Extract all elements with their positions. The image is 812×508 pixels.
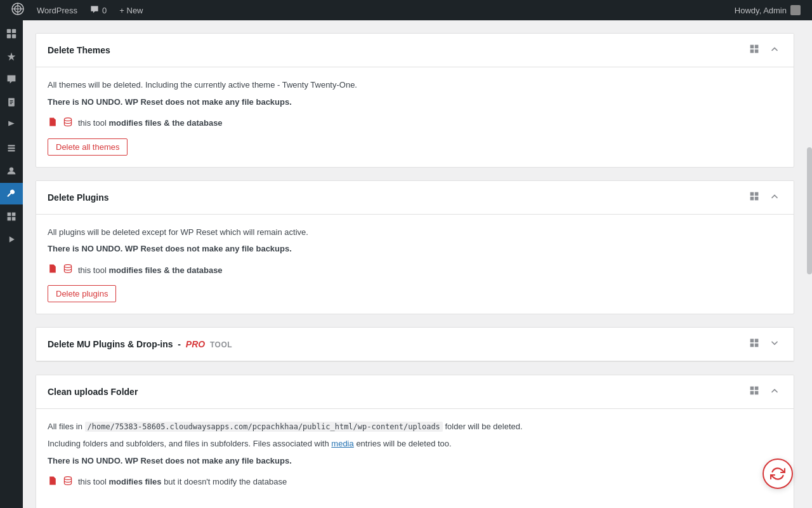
- delete-plugins-card: Delete Plugins All plugins will be delet…: [36, 180, 794, 315]
- delete-plugins-header: Delete Plugins: [36, 181, 794, 215]
- svg-point-25: [64, 117, 71, 121]
- new-content-button[interactable]: + New: [113, 0, 149, 20]
- svg-rect-24: [755, 50, 759, 53]
- clean-uploads-collapse-icon[interactable]: [767, 384, 782, 399]
- delete-themes-desc1: All themes will be deleted. Including th…: [48, 79, 782, 92]
- comments-count: 0: [102, 6, 107, 15]
- sidebar-item-layers[interactable]: [0, 137, 23, 159]
- uploads-path: /home/75383-58605.cloudwaysapps.com/pcpa…: [85, 422, 443, 432]
- svg-rect-6: [7, 34, 11, 38]
- svg-rect-29: [755, 196, 759, 200]
- delete-themes-collapse-icon[interactable]: [767, 43, 782, 58]
- svg-rect-34: [755, 344, 759, 347]
- delete-themes-header: Delete Themes: [36, 34, 794, 67]
- delete-themes-body: All themes will be deleted. Including th…: [36, 67, 794, 167]
- delete-mu-plugins-header: Delete MU Plugins & Drop-ins - PRO TOOL: [36, 328, 794, 361]
- clean-uploads-actions: [747, 384, 782, 399]
- sidebar-item-blocks[interactable]: [0, 206, 23, 227]
- svg-rect-19: [12, 217, 16, 221]
- file-icon: [48, 117, 58, 130]
- delete-mu-grid-icon[interactable]: [747, 337, 762, 352]
- svg-rect-38: [755, 391, 759, 395]
- sidebar-item-pages[interactable]: [0, 91, 23, 113]
- modifier-text-3: this tool modifies files but it doesn't …: [78, 477, 287, 486]
- svg-rect-35: [750, 387, 754, 391]
- delete-mu-plugins-actions: [747, 337, 782, 352]
- howdy-label: Howdy, Admin: [735, 6, 787, 15]
- svg-rect-18: [8, 217, 11, 221]
- clean-uploads-header: Clean uploads Folder: [36, 375, 794, 409]
- modifier-text: this tool modifies files & the database: [78, 118, 223, 128]
- svg-point-15: [10, 167, 13, 171]
- clean-uploads-body: All files in /home/75383-58605.cloudways…: [36, 409, 794, 508]
- database-icon-2: [63, 264, 73, 276]
- delete-themes-card: Delete Themes All themes will be deleted…: [36, 33, 794, 168]
- clean-uploads-desc2: Including folders and subfolders, and fi…: [48, 438, 782, 451]
- svg-rect-7: [12, 34, 16, 38]
- scrollbar-track[interactable]: [807, 20, 812, 508]
- delete-themes-modifier: this tool modifies files & the database: [48, 117, 782, 130]
- site-name-button[interactable]: WordPress: [30, 0, 84, 20]
- svg-rect-16: [8, 213, 11, 217]
- delete-themes-title: Delete Themes: [48, 45, 110, 55]
- sidebar-item-users[interactable]: [0, 160, 23, 182]
- media-link[interactable]: media: [331, 439, 353, 448]
- sidebar-item-comments[interactable]: [0, 69, 23, 90]
- file-icon-2: [48, 264, 58, 276]
- svg-rect-36: [755, 387, 759, 391]
- clean-uploads-card: Clean uploads Folder All files in /home/…: [36, 375, 794, 508]
- comments-button[interactable]: 0: [84, 0, 113, 20]
- delete-all-themes-button[interactable]: Delete all themes: [48, 138, 128, 156]
- site-name-label: WordPress: [37, 6, 77, 15]
- svg-rect-5: [12, 29, 16, 33]
- delete-plugins-button[interactable]: Delete plugins: [48, 285, 116, 302]
- clean-uploads-grid-icon[interactable]: [747, 384, 762, 399]
- clean-uploads-modifier: this tool modifies files but it doesn't …: [48, 476, 782, 488]
- delete-mu-plugins-card: Delete MU Plugins & Drop-ins - PRO TOOL: [36, 327, 794, 362]
- svg-rect-31: [750, 339, 754, 343]
- delete-plugins-modifier: this tool modifies files & the database: [48, 264, 782, 276]
- sidebar-item-pin[interactable]: [0, 46, 23, 67]
- svg-rect-33: [750, 344, 754, 347]
- svg-rect-4: [7, 29, 11, 33]
- delete-plugins-grid-icon[interactable]: [747, 190, 762, 205]
- new-label: + New: [119, 6, 143, 15]
- delete-plugins-desc2: There is NO UNDO. WP Reset does not make…: [48, 243, 782, 256]
- svg-rect-22: [755, 45, 759, 49]
- clean-uploads-desc3: There is NO UNDO. WP Reset does not make…: [48, 455, 782, 468]
- clean-uploads-desc1: All files in /home/75383-58605.cloudways…: [48, 420, 782, 434]
- delete-themes-desc2: There is NO UNDO. WP Reset does not make…: [48, 96, 782, 109]
- sidebar-item-media[interactable]: [0, 229, 23, 250]
- file-icon-3: [48, 476, 58, 488]
- delete-plugins-desc1: All plugins will be deleted except for W…: [48, 226, 782, 239]
- user-menu[interactable]: Howdy, Admin: [728, 0, 807, 20]
- svg-rect-12: [8, 145, 15, 146]
- pro-label: PRO: [186, 339, 205, 349]
- svg-point-39: [64, 476, 71, 479]
- delete-themes-actions: [747, 43, 782, 58]
- svg-rect-23: [750, 50, 754, 53]
- svg-rect-32: [755, 339, 759, 343]
- delete-mu-expand-icon[interactable]: [767, 337, 782, 352]
- modifier-text-2: this tool modifies files & the database: [78, 265, 223, 275]
- delete-mu-plugins-title: Delete MU Plugins & Drop-ins - PRO TOOL: [48, 339, 232, 349]
- delete-plugins-actions: [747, 190, 782, 205]
- sidebar-item-flag[interactable]: [0, 114, 23, 136]
- database-icon: [63, 117, 73, 130]
- svg-point-30: [64, 265, 71, 268]
- svg-rect-37: [750, 391, 754, 395]
- delete-themes-grid-icon[interactable]: [747, 43, 762, 58]
- sidebar-item-tools[interactable]: [0, 183, 23, 204]
- wp-logo-button[interactable]: [5, 0, 30, 20]
- floating-refresh-button[interactable]: [763, 458, 793, 489]
- admin-bar: WordPress 0 + New Howdy, Admin: [0, 0, 812, 20]
- svg-rect-21: [750, 45, 754, 49]
- svg-rect-28: [750, 196, 754, 200]
- scrollbar-thumb[interactable]: [807, 147, 812, 274]
- svg-rect-27: [755, 192, 759, 196]
- svg-rect-26: [750, 192, 754, 196]
- avatar: [790, 5, 801, 15]
- sidebar-item-dashboard[interactable]: [0, 23, 23, 44]
- svg-rect-14: [8, 150, 15, 151]
- delete-plugins-collapse-icon[interactable]: [767, 190, 782, 205]
